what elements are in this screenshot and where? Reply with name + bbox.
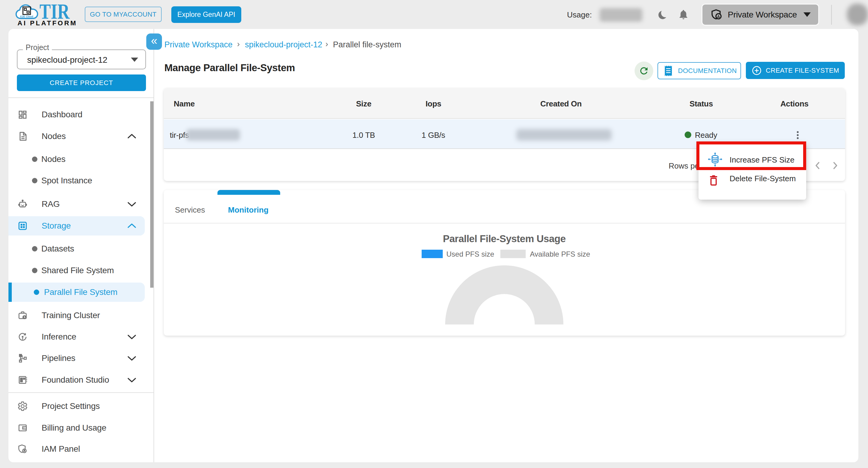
svg-text:E2E Cloud: E2E Cloud	[20, 15, 33, 18]
